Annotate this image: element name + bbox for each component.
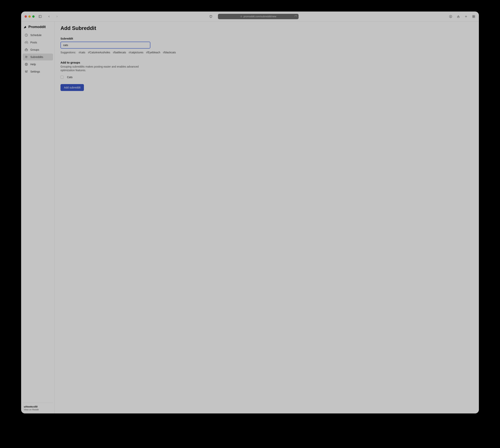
clock-icon [25, 33, 28, 37]
reload-icon[interactable] [294, 15, 297, 18]
titlebar: promoddit.com/subreddit/new [21, 12, 479, 21]
close-window-button[interactable] [25, 15, 27, 18]
sidebar-username: u/itookcs50 [24, 405, 52, 408]
svg-rect-16 [25, 49, 28, 51]
groups-section: Add to groups Grouping subreddits makes … [61, 61, 473, 79]
sidebar-item-groups[interactable]: Groups [23, 46, 53, 53]
subreddit-field-label: Subreddit [61, 37, 473, 40]
suggestion-item[interactable]: r/Eyebleach [146, 51, 160, 54]
downloads-icon[interactable] [449, 15, 452, 18]
svg-point-18 [25, 56, 26, 57]
svg-rect-10 [472, 15, 473, 16]
brand-name: Promoddit [28, 25, 46, 29]
suggestion-item[interactable]: r/CatsAreAssholes [88, 51, 110, 54]
sidebar-toggle-icon[interactable] [38, 15, 42, 18]
sidebar-item-settings[interactable]: Settings [23, 68, 53, 75]
page-title: Add Subreddit [61, 25, 473, 31]
sidebar-item-schedule[interactable]: Schedule [23, 32, 53, 39]
url-text: promoddit.com/subreddit/new [243, 15, 276, 18]
view-on-reddit-link[interactable]: View on Reddit [24, 408, 52, 411]
share-icon[interactable] [457, 15, 460, 18]
toolbar-right [449, 15, 475, 18]
group-checkbox-label: Cats [67, 76, 73, 79]
groups-section-description: Grouping subreddits makes posting easier… [61, 65, 151, 72]
svg-rect-3 [241, 16, 242, 17]
subreddit-input[interactable] [61, 42, 150, 48]
svg-rect-13 [474, 16, 475, 17]
sidebar-item-posts[interactable]: Posts [23, 39, 53, 46]
brand-logo-icon [23, 25, 27, 29]
sliders-icon [25, 70, 28, 73]
svg-rect-0 [39, 15, 41, 18]
sidebar: Promoddit Schedule Posts Groups Subred [21, 21, 55, 414]
sidebar-item-label: Settings [30, 70, 40, 73]
svg-rect-11 [474, 15, 475, 16]
svg-point-31 [27, 71, 28, 71]
minimize-window-button[interactable] [28, 15, 31, 18]
add-subreddit-button[interactable]: Add subreddit [61, 84, 84, 91]
sidebar-item-label: Schedule [30, 33, 41, 37]
suggestion-item[interactable]: r/blackcats [163, 51, 176, 54]
suggestion-item[interactable]: r/catpictures [129, 51, 144, 54]
browser-window: promoddit.com/subreddit/new Promoddit [21, 12, 479, 414]
suggestions-row: Suggestions: r/cats r/CatsAreAssholes r/… [61, 51, 473, 54]
nav-arrows [47, 15, 59, 18]
sidebar-item-label: Groups [30, 48, 39, 51]
suggestion-item[interactable]: r/battlecats [113, 51, 126, 54]
tab-overview-icon[interactable] [472, 15, 475, 18]
upload-cloud-icon [25, 41, 28, 44]
groups-section-title: Add to groups [61, 61, 473, 64]
url-bar[interactable]: promoddit.com/subreddit/new [218, 14, 299, 19]
briefcase-icon [25, 48, 28, 51]
life-ring-icon [25, 63, 28, 66]
svg-point-19 [27, 56, 27, 57]
suggestions-label: Suggestions: [61, 51, 76, 54]
main-content: Add Subreddit Subreddit Suggestions: r/c… [55, 21, 479, 414]
sidebar-nav: Schedule Posts Groups Subreddits Help [23, 32, 53, 75]
svg-point-21 [26, 64, 27, 65]
new-tab-icon[interactable] [464, 15, 468, 18]
privacy-shield-icon[interactable] [209, 15, 212, 18]
sidebar-item-subreddits[interactable]: Subreddits [23, 54, 53, 61]
svg-point-29 [26, 72, 27, 72]
subreddit-field-card: Subreddit Suggestions: r/cats r/CatsAreA… [55, 35, 479, 56]
sidebar-item-label: Posts [30, 41, 37, 44]
group-option-row: Cats [61, 76, 473, 79]
users-icon [25, 55, 28, 59]
sidebar-item-label: Subreddits [30, 55, 43, 59]
fullscreen-window-button[interactable] [32, 15, 34, 18]
svg-point-27 [25, 71, 26, 71]
sidebar-item-help[interactable]: Help [23, 61, 53, 68]
svg-rect-12 [472, 16, 473, 17]
brand[interactable]: Promoddit [23, 24, 53, 32]
forward-button[interactable] [55, 15, 59, 18]
suggestion-item[interactable]: r/cats [79, 51, 85, 54]
sidebar-footer: u/itookcs50 View on Reddit [23, 403, 53, 414]
window-controls [25, 15, 34, 18]
lock-icon [240, 15, 242, 17]
sidebar-item-label: Help [30, 63, 36, 66]
group-checkbox-cats[interactable] [61, 76, 64, 79]
back-button[interactable] [47, 15, 51, 18]
